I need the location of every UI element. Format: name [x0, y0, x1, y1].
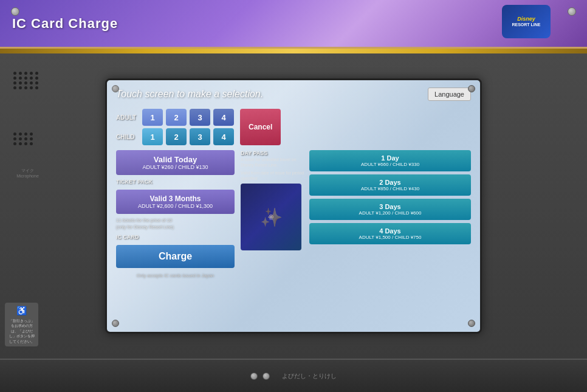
selectors-group: ADULT 1 2 3 4 CHILD 1 2 3	[116, 109, 234, 145]
child-1-button[interactable]: 1	[142, 128, 163, 145]
child-2-button[interactable]: 2	[166, 128, 187, 145]
speaker-dot	[19, 72, 22, 75]
right-column: DAY PASS A ticket for unlimited travel o…	[241, 150, 471, 278]
charge-button[interactable]: Charge	[116, 245, 235, 268]
screen-bezel: Touch screen to make a selection. Langua…	[105, 78, 482, 334]
adult-3-button[interactable]: 3	[190, 109, 210, 126]
child-4-button[interactable]: 4	[213, 128, 234, 145]
bottom-bar: よびだし・とりけし	[0, 359, 587, 392]
speaker-dot	[24, 77, 27, 80]
screen: Touch screen to make a selection. Langua…	[107, 80, 480, 332]
screen-screw-bl	[112, 320, 119, 327]
speaker-dot	[24, 132, 27, 136]
2days-label: 2 Days	[379, 179, 400, 186]
day-pass-image: 🎡	[241, 184, 301, 250]
screw-top-left	[11, 7, 19, 16]
multiday-col: 1 Day ADULT ¥660 / CHILD ¥330 2 Days ADU…	[309, 150, 471, 278]
speaker-dot	[19, 81, 22, 84]
adult-4-button[interactable]: 4	[213, 109, 234, 126]
adult-2-button[interactable]: 2	[166, 109, 187, 126]
adult-1-button[interactable]: 1	[142, 109, 163, 126]
2days-price: ADULT ¥850 / CHILD ¥430	[313, 186, 467, 191]
speaker-dot	[35, 77, 38, 80]
3days-price: ADULT ¥1,200 / CHILD ¥600	[313, 210, 467, 216]
3days-button[interactable]: 3 Days ADULT ¥1,200 / CHILD ¥600	[309, 199, 471, 220]
screen-screw-tr	[468, 85, 475, 92]
mic-english: Microphone	[11, 174, 44, 178]
valid-today-button[interactable]: Valid Today ADULT ¥260 / CHILD ¥130	[116, 150, 235, 175]
screen-screw-tl	[112, 85, 119, 92]
child-selector-row: CHILD 1 2 3 4	[116, 128, 234, 145]
ticket-pack-note-2: (only for Disney Resort Line)	[116, 224, 235, 231]
adult-label: ADULT	[116, 114, 139, 121]
3days-label: 3 Days	[379, 203, 400, 210]
speaker-grille-top	[13, 72, 39, 89]
screw-top-right	[568, 7, 576, 16]
ic-card-label: IC CARD	[116, 234, 235, 240]
speaker-dot	[19, 137, 22, 140]
speaker-dot	[13, 86, 16, 89]
speaker-dot	[13, 137, 16, 140]
speaker-dot	[13, 77, 16, 80]
mic-japanese: マイク	[11, 168, 44, 174]
speaker-dot	[19, 86, 22, 89]
speaker-dot	[13, 132, 16, 136]
disney-text: Disney	[517, 16, 535, 22]
ticket-pack-note-1: 11 tickets for the price of 10	[116, 218, 235, 224]
valid-today-label: Valid Today	[154, 155, 197, 164]
screen-topbar: Touch screen to make a selection. Langua…	[107, 80, 480, 106]
2days-button[interactable]: 2 Days ADULT ¥850 / CHILD ¥430	[309, 174, 471, 196]
screen-content: ADULT 1 2 3 4 CHILD 1 2 3	[107, 106, 480, 284]
speaker-dot	[35, 72, 38, 75]
child-label: CHILD	[116, 134, 139, 140]
speaker-dot	[13, 81, 16, 84]
day-pass-col: DAY PASS A ticket for unlimited travel o…	[241, 150, 304, 278]
bottom-text: よびだし・とりけし	[282, 372, 337, 380]
ticket-pack-label: TICKET PACK	[116, 179, 235, 185]
speaker-dot	[24, 72, 27, 75]
1day-button[interactable]: 1 Day ADULT ¥660 / CHILD ¥330	[309, 150, 471, 171]
kiosk-outer: IC Card Charge Disney RESORT LINE	[0, 0, 587, 392]
4days-price: ADULT ¥1,500 / CHILD ¥750	[313, 235, 467, 240]
speaker-dot	[24, 81, 27, 84]
cancel-button[interactable]: Cancel	[240, 109, 281, 145]
ic-card-note: Only accepts IC cards issued in Japan	[116, 273, 235, 278]
speaker-dot	[30, 86, 33, 89]
ticket-area: Valid Today ADULT ¥260 / CHILD ¥130 TICK…	[116, 150, 471, 278]
touch-prompt: Touch screen to make a selection.	[116, 89, 263, 100]
resort-text: RESORT LINE	[512, 22, 540, 27]
speaker-dot	[24, 86, 27, 89]
speaker-dot	[35, 86, 38, 89]
speaker-dot	[24, 142, 27, 145]
language-button[interactable]: Language	[428, 88, 471, 101]
4days-button[interactable]: 4 Days ADULT ¥1,500 / CHILD ¥750	[309, 223, 471, 244]
screen-screw-br	[468, 320, 475, 327]
day-pass-desc-1: A ticket for unlimited travel on Disney …	[241, 157, 304, 168]
day-pass-title: DAY PASS	[241, 150, 304, 156]
day-pass-image-placeholder: 🎡	[268, 215, 274, 220]
1day-label: 1 Day	[381, 154, 399, 162]
disney-logo: Disney RESORT LINE	[502, 5, 551, 38]
bottom-screws	[250, 373, 270, 380]
speaker-dot	[19, 77, 22, 80]
accessibility-text: 「割引きっぷ」をお求めの方は、「よびだし」ボタンを押してください。	[9, 319, 35, 343]
bottom-screw-right	[263, 373, 270, 380]
left-column: Valid Today ADULT ¥260 / CHILD ¥130 TICK…	[116, 150, 235, 278]
valid-3months-label: Valid 3 Months	[149, 194, 201, 203]
speaker-dot	[30, 137, 33, 140]
top-banner: IC Card Charge Disney RESORT LINE	[0, 0, 587, 49]
speaker-dot	[24, 137, 27, 140]
speaker-dot	[13, 142, 16, 145]
valid-3months-button[interactable]: Valid 3 Months ADULT ¥2,600 / CHILD ¥1,3…	[116, 190, 235, 214]
accessibility-notice: ♿ 「割引きっぷ」をお求めの方は、「よびだし」ボタンを押してください。	[5, 303, 38, 346]
child-3-button[interactable]: 3	[190, 128, 210, 145]
speaker-dot	[30, 132, 33, 136]
accessibility-icon: ♿	[7, 305, 36, 317]
speaker-dot	[30, 81, 33, 84]
bottom-screw-left	[250, 373, 258, 380]
speaker-dot	[13, 72, 16, 75]
speaker-dot	[35, 81, 38, 84]
gold-decorative-strip	[0, 49, 587, 53]
middle-section: マイク Microphone ♿ 「割引きっぷ」をお求めの方は、「よびだし」ボタ…	[0, 53, 587, 359]
speaker-dot	[30, 77, 33, 80]
